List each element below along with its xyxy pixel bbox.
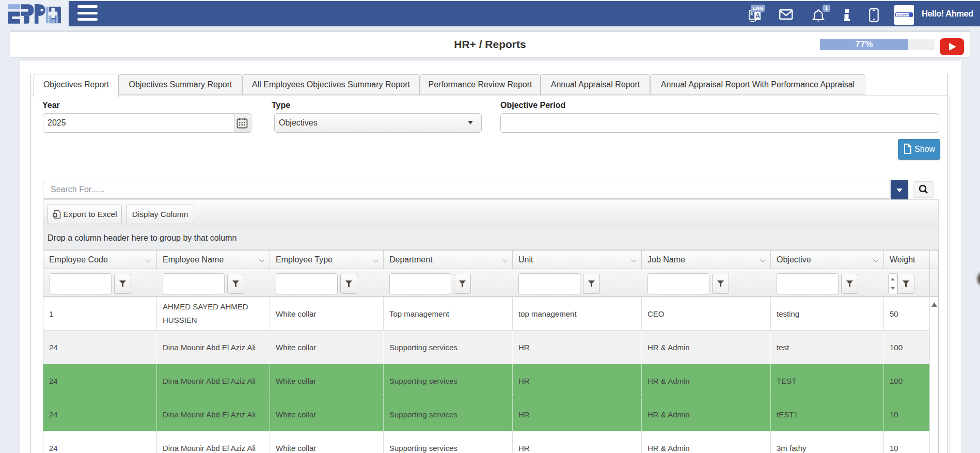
svg-text:A: A bbox=[755, 12, 760, 20]
